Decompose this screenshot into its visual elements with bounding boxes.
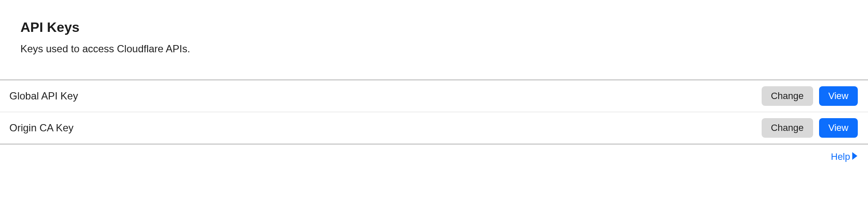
change-button[interactable]: Change <box>762 86 813 106</box>
help-label: Help <box>831 151 850 162</box>
api-key-actions: Change View <box>762 118 858 138</box>
api-key-name: Origin CA Key <box>9 122 74 134</box>
help-row: Help <box>0 144 868 162</box>
api-key-actions: Change View <box>762 86 858 106</box>
api-key-row-origin-ca: Origin CA Key Change View <box>0 112 868 144</box>
section-subtitle: Keys used to access Cloudflare APIs. <box>20 43 868 55</box>
api-keys-list: Global API Key Change View Origin CA Key… <box>0 79 868 144</box>
view-button[interactable]: View <box>819 86 858 106</box>
section-title: API Keys <box>20 20 868 35</box>
api-key-name: Global API Key <box>9 90 78 102</box>
view-button[interactable]: View <box>819 118 858 138</box>
change-button[interactable]: Change <box>762 118 813 138</box>
caret-right-icon <box>852 151 858 162</box>
help-link[interactable]: Help <box>831 151 858 162</box>
api-key-row-global: Global API Key Change View <box>0 80 868 112</box>
api-keys-header: API Keys Keys used to access Cloudflare … <box>0 0 868 55</box>
